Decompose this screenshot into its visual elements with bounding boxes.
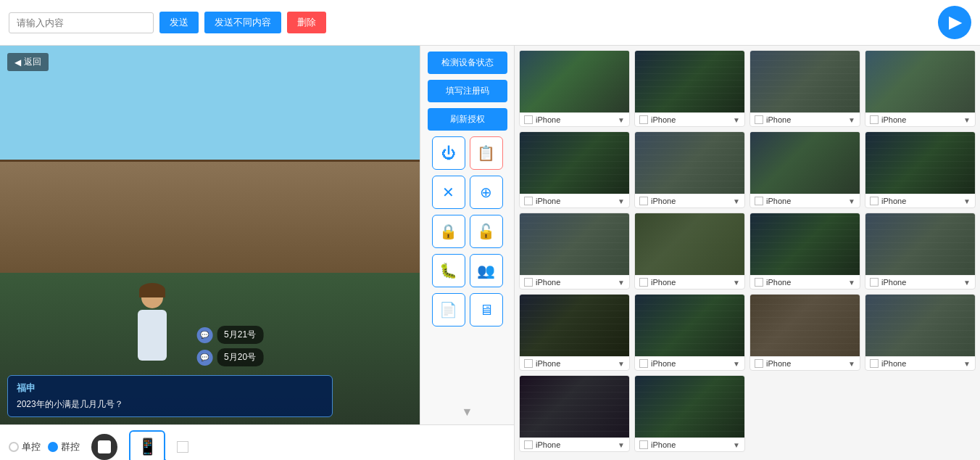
scroll-down-indicator[interactable]: ▼ <box>462 406 473 419</box>
device-dropdown[interactable]: ▼ <box>963 279 971 287</box>
device-card-2-3: iPhone ▼ <box>749 131 860 208</box>
send-button[interactable]: 发送 <box>159 12 199 33</box>
message-input[interactable] <box>9 12 154 33</box>
device-select-checkbox[interactable] <box>524 359 533 368</box>
control-mode-radio: 单控 群控 <box>9 440 80 453</box>
target-button[interactable]: ⊕ <box>470 176 503 209</box>
device-select-checkbox[interactable] <box>639 278 648 287</box>
device-dropdown[interactable]: ▼ <box>618 441 625 449</box>
device-dropdown[interactable]: ▼ <box>733 360 740 368</box>
device-dropdown[interactable]: ▼ <box>733 116 740 124</box>
refresh-auth-button[interactable]: 刷新授权 <box>428 108 507 131</box>
device-select-checkbox[interactable] <box>870 115 879 124</box>
bottom-checkbox[interactable] <box>177 441 188 453</box>
delete-button[interactable]: 删除 <box>287 12 326 33</box>
device-dropdown[interactable]: ▼ <box>963 360 971 368</box>
send-different-button[interactable]: 发送不同内容 <box>204 12 281 33</box>
device-select-checkbox[interactable] <box>524 115 533 124</box>
device-name-label: iPhone <box>651 440 730 449</box>
phone-icon: 📱 <box>138 438 157 456</box>
record-button[interactable] <box>91 434 117 460</box>
device-select-checkbox[interactable] <box>755 197 763 205</box>
device-thumbnail[interactable] <box>520 295 629 356</box>
back-arrow-icon: ◀ <box>14 57 21 67</box>
device-dropdown[interactable]: ▼ <box>618 116 625 124</box>
device-thumbnail[interactable] <box>520 132 629 194</box>
back-button[interactable]: ◀ 返回 <box>7 53 49 71</box>
device-select-checkbox[interactable] <box>755 115 763 124</box>
device-thumbnail[interactable] <box>520 213 629 275</box>
device-dropdown[interactable]: ▼ <box>848 197 855 205</box>
device-thumbnail[interactable] <box>865 295 975 356</box>
side-toolbar: 检测设备状态 填写注册码 刷新授权 ⏻ 📋 ✕ <box>420 46 514 424</box>
people-icon: 👥 <box>477 262 495 279</box>
bug-button[interactable]: 🐛 <box>432 254 465 287</box>
device-thumbnail[interactable] <box>635 295 744 356</box>
device-select-checkbox[interactable] <box>639 115 648 124</box>
device-select-checkbox[interactable] <box>639 197 648 205</box>
device-dropdown[interactable]: ▼ <box>848 279 855 287</box>
device-thumbnail[interactable] <box>520 376 629 438</box>
register-card-button[interactable]: 📋 <box>470 136 503 170</box>
device-select-checkbox[interactable] <box>870 359 879 368</box>
device-thumbnail[interactable] <box>750 51 860 112</box>
thumb-overlay <box>750 51 860 112</box>
device-select-checkbox[interactable] <box>639 359 648 368</box>
phone-control-button[interactable]: 📱 ↗ <box>129 430 165 461</box>
device-thumbnail[interactable] <box>635 132 744 194</box>
device-dropdown[interactable]: ▼ <box>618 197 625 205</box>
device-thumbnail[interactable] <box>635 376 744 438</box>
device-select-checkbox[interactable] <box>870 197 879 205</box>
character-head <box>141 287 163 308</box>
device-dropdown[interactable]: ▼ <box>733 279 740 287</box>
device-dropdown[interactable]: ▼ <box>618 360 625 368</box>
device-thumbnail[interactable] <box>520 51 629 112</box>
device-dropdown[interactable]: ▼ <box>618 279 625 287</box>
device-select-checkbox[interactable] <box>870 278 879 287</box>
chat-bubbles: 💬 5月21号 💬 5月20号 <box>196 326 263 366</box>
fill-register-button[interactable]: 填写注册码 <box>428 80 507 102</box>
device-select-checkbox[interactable] <box>524 440 533 449</box>
device-card-2-1: iPhone ▼ <box>519 131 630 208</box>
power-button[interactable]: ⏻ <box>432 136 465 170</box>
device-dropdown[interactable]: ▼ <box>848 116 855 124</box>
copy-icon: 📄 <box>439 301 457 319</box>
check-device-button[interactable]: 检测设备状态 <box>428 52 507 74</box>
device-thumbnail[interactable] <box>750 132 860 194</box>
device-thumbnail[interactable] <box>750 213 860 275</box>
device-thumbnail[interactable] <box>750 295 860 356</box>
cross-button[interactable]: ✕ <box>432 176 465 209</box>
device-select-checkbox[interactable] <box>755 359 763 368</box>
device-thumbnail[interactable] <box>865 132 975 194</box>
device-select-checkbox[interactable] <box>524 278 533 287</box>
tool-icon-row-2: ✕ ⊕ <box>432 176 503 209</box>
device-label-row: iPhone ▼ <box>635 275 744 289</box>
device-name-label: iPhone <box>651 359 730 368</box>
device-thumbnail[interactable] <box>635 213 744 275</box>
device-label-row: iPhone ▼ <box>750 112 860 126</box>
group-control-radio-dot[interactable] <box>48 442 58 452</box>
device-thumbnail[interactable] <box>635 51 744 112</box>
device-select-checkbox[interactable] <box>755 278 763 287</box>
device-thumbnail[interactable] <box>865 213 975 275</box>
thumb-overlay <box>520 376 629 438</box>
device-dropdown[interactable]: ▼ <box>963 116 971 124</box>
device-dropdown[interactable]: ▼ <box>733 441 740 449</box>
device-dropdown[interactable]: ▼ <box>963 197 971 205</box>
device-select-checkbox[interactable] <box>639 440 648 449</box>
device-thumbnail[interactable] <box>865 51 975 112</box>
unlock-button[interactable]: 🔓 <box>470 215 503 248</box>
copy-button[interactable]: 📄 <box>432 293 465 326</box>
group-control-option[interactable]: 群控 <box>48 440 80 453</box>
device-dropdown[interactable]: ▼ <box>848 360 855 368</box>
single-control-option[interactable]: 单控 <box>9 440 41 453</box>
lock-button[interactable]: 🔒 <box>432 215 465 248</box>
single-control-radio-dot[interactable] <box>9 442 19 452</box>
device-card-1-4: iPhone ▼ <box>865 50 976 127</box>
device-card-4-4: iPhone ▼ <box>865 294 976 371</box>
device-dropdown[interactable]: ▼ <box>733 197 740 205</box>
people-button[interactable]: 👥 <box>470 254 503 287</box>
device-select-checkbox[interactable] <box>524 197 533 205</box>
chat-bubble-row-2: 💬 5月20号 <box>196 348 263 366</box>
monitor-button[interactable]: 🖥 <box>470 293 503 326</box>
